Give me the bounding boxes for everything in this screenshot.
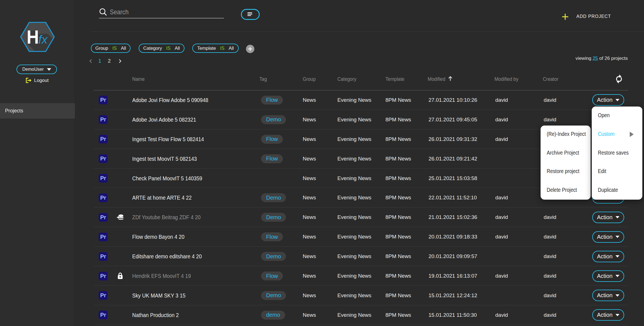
svg-text:H: H	[27, 26, 39, 48]
svg-text:fx: fx	[38, 33, 48, 46]
